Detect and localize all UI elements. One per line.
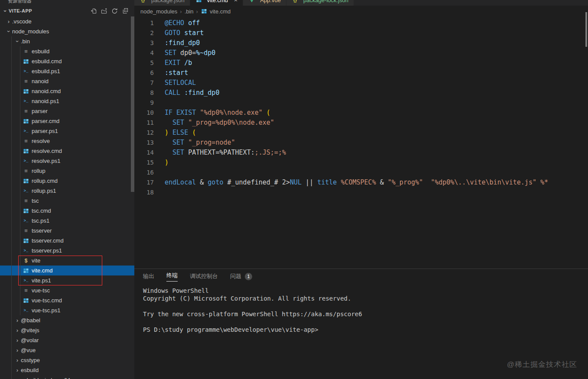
panel-tab-debug-console[interactable]: 调试控制台 [190, 272, 218, 280]
tree-item-nanoid[interactable]: ≡nanoid [0, 76, 134, 86]
tree-item-label: rollup.ps1 [32, 188, 56, 194]
refresh-icon[interactable] [111, 8, 118, 14]
chevron-down-icon: › [14, 38, 21, 45]
tree-item-label: @volar [21, 337, 39, 343]
cmd-file-icon [201, 9, 207, 14]
tree-item-vite[interactable]: $vite [0, 256, 134, 266]
tree-item-nanoid.ps1[interactable]: >_nanoid.ps1 [0, 96, 134, 106]
tree-item-@vue[interactable]: ›@vue [0, 345, 134, 355]
file-tree: ›.vscode›node_modules›.bin≡esbuildesbuil… [0, 16, 134, 379]
close-icon[interactable]: × [234, 0, 237, 3]
tree-item-nanoid.cmd[interactable]: nanoid.cmd [0, 86, 134, 96]
cmd-file-icon [23, 118, 29, 125]
tree-item-tsc.ps1[interactable]: >_tsc.ps1 [0, 216, 134, 226]
explorer-sidebar: 资源管理器 › VITE-APP ›.vscode›node_modules›.… [0, 0, 134, 379]
panel-tab-problems[interactable]: 问题1 [230, 272, 252, 280]
new-file-icon[interactable] [91, 8, 97, 14]
vscode-window: 资源管理器 › VITE-APP ›.vscode›node_modules›.… [0, 0, 588, 379]
powershell-file-icon: >_ [23, 128, 29, 135]
json-file-icon: {} [140, 0, 146, 3]
tab-package-lock-json[interactable]: {}package-lock.json [286, 0, 354, 6]
tree-item-label: esbuild-windows-64 [21, 377, 70, 379]
code-text: :find_dp0 [165, 39, 200, 47]
panel-tab-terminal[interactable]: 终端 [166, 272, 178, 282]
tree-item-parser[interactable]: ≡parser [0, 106, 134, 116]
breadcrumb-item[interactable]: vite.cmd [210, 8, 231, 15]
file-icon: ≡ [23, 227, 29, 234]
breadcrumb-item[interactable]: node_modules [140, 8, 177, 15]
tab-app-vue[interactable]: App.vue [243, 0, 286, 6]
panel-tab-label: 调试控制台 [190, 272, 218, 280]
terminal-line: Windows PowerShell [143, 287, 588, 295]
tree-item-label: .bin [21, 38, 30, 45]
tree-item-resolve[interactable]: ≡resolve [0, 136, 134, 146]
tree-item-node_modules[interactable]: ›node_modules [0, 26, 134, 36]
tree-item-.bin[interactable]: ›.bin [0, 36, 134, 46]
code-line: 11 SET "_prog=%dp0%\node.exe" [134, 117, 588, 127]
line-number: 2 [134, 29, 154, 36]
tree-item-label: nanoid.cmd [32, 88, 61, 94]
code-line: 1@ECHO off [134, 18, 588, 28]
cmd-file-icon [195, 0, 202, 3]
tree-item-esbuild[interactable]: ›esbuild [0, 365, 134, 375]
tree-item-tsserver.ps1[interactable]: >_tsserver.ps1 [0, 246, 134, 256]
tree-item-@vitejs[interactable]: ›@vitejs [0, 325, 134, 335]
tree-item-csstype[interactable]: ›csstype [0, 355, 134, 365]
tab-package-json[interactable]: {}package.json [134, 0, 190, 6]
chevron-right-icon: › [14, 317, 21, 324]
collapse-all-icon[interactable] [122, 8, 128, 14]
tree-item-label: node_modules [12, 28, 49, 35]
tree-item-@volar[interactable]: ›@volar [0, 335, 134, 345]
tree-item-vite.ps1[interactable]: >_vite.ps1 [0, 275, 134, 285]
tree-item-esbuild.ps1[interactable]: >_esbuild.ps1 [0, 66, 134, 76]
code-line: 3:find_dp0 [134, 38, 588, 48]
tree-item-tsserver.cmd[interactable]: tsserver.cmd [0, 236, 134, 246]
tree-item-vite.cmd[interactable]: vite.cmd [0, 266, 134, 275]
tree-item-rollup[interactable]: ≡rollup [0, 166, 134, 176]
panel-tab-output[interactable]: 输出 [143, 272, 154, 280]
project-name: VITE-APP [9, 8, 32, 13]
breadcrumb-item[interactable]: .bin [185, 8, 194, 15]
tree-item-@babel[interactable]: ›@babel [0, 315, 134, 325]
tree-item-.vscode[interactable]: ›.vscode [0, 16, 134, 26]
editor-scrollbar[interactable] [585, 12, 587, 47]
line-number: 7 [134, 79, 154, 86]
project-header[interactable]: › VITE-APP [0, 5, 134, 16]
tree-item-label: resolve [32, 138, 50, 144]
tree-item-label: vue-tsc [32, 287, 50, 294]
tree-item-esbuild.cmd[interactable]: esbuild.cmd [0, 56, 134, 66]
tree-item-esbuild[interactable]: ≡esbuild [0, 46, 134, 56]
tree-item-parser.ps1[interactable]: >_parser.ps1 [0, 126, 134, 136]
tree-item-tsserver[interactable]: ≡tsserver [0, 226, 134, 236]
tree-item-rollup.cmd[interactable]: rollup.cmd [0, 176, 134, 186]
tree-item-label: tsc.cmd [32, 207, 51, 214]
tree-item-tsc.cmd[interactable]: tsc.cmd [0, 206, 134, 216]
tree-item-label: nanoid.ps1 [32, 98, 59, 104]
line-number: 10 [134, 109, 154, 116]
tree-item-label: tsserver.cmd [32, 237, 64, 244]
tree-item-vue-tsc.ps1[interactable]: >_vue-tsc.ps1 [0, 305, 134, 315]
tree-item-vue-tsc[interactable]: ≡vue-tsc [0, 285, 134, 295]
tree-item-parser.cmd[interactable]: parser.cmd [0, 116, 134, 126]
editor-group: {}package.jsonvite.cmd×App.vue{}package-… [134, 0, 588, 379]
terminal-output[interactable]: Windows PowerShellCopyright (C) Microsof… [137, 284, 588, 334]
tree-item-resolve.ps1[interactable]: >_resolve.ps1 [0, 156, 134, 166]
tree-item-esbuild-windows-64[interactable]: ›esbuild-windows-64 [0, 375, 134, 379]
code-line: 4SET dp0=%~dp0 [134, 48, 588, 58]
code-text: ) [165, 159, 169, 166]
tree-item-vue-tsc.cmd[interactable]: vue-tsc.cmd [0, 295, 134, 305]
explorer-toolbar [91, 8, 134, 14]
tab-vite-cmd[interactable]: vite.cmd× [190, 0, 244, 6]
code-editor[interactable]: 1@ECHO off2GOTO start3:find_dp04SET dp0=… [134, 17, 588, 269]
tree-item-label: vite [32, 257, 40, 264]
panel-tab-label: 终端 [166, 272, 178, 282]
sidebar-scrollbar[interactable] [131, 16, 134, 192]
new-folder-icon[interactable] [101, 8, 107, 14]
line-number: 4 [134, 49, 154, 56]
tree-item-tsc[interactable]: ≡tsc [0, 196, 134, 206]
line-number: 9 [134, 99, 154, 106]
tree-item-resolve.cmd[interactable]: resolve.cmd [0, 146, 134, 156]
tree-item-rollup.ps1[interactable]: >_rollup.ps1 [0, 186, 134, 196]
file-icon: ≡ [23, 168, 29, 175]
breadcrumb[interactable]: node_modules›.bin›vite.cmd [134, 6, 588, 17]
